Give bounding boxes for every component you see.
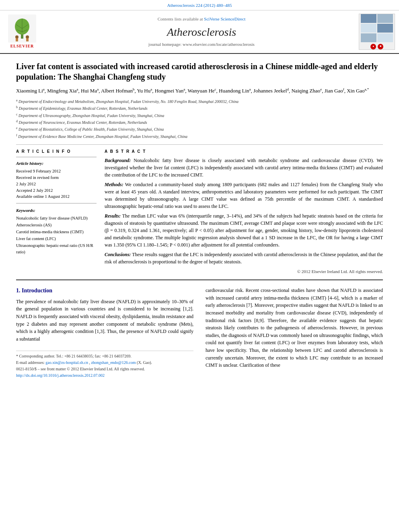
elsevier-tree-icon — [8, 14, 36, 43]
authors-line: Xiaoming Lia, Mingfeng Xiaa, Hui Maa, Al… — [16, 87, 383, 95]
affiliation-c: c Department of Ultrasonography, Zhongsh… — [16, 112, 383, 119]
cover-cell-4 — [377, 24, 393, 33]
page: Atherosclerosis 224 (2012) 480–485 — [0, 0, 399, 532]
side-icons: ● ■ — [370, 44, 383, 49]
journal-name: Atherosclerosis — [44, 24, 359, 40]
copyright-line: © 2012 Elsevier Ireland Ltd. All rights … — [105, 269, 383, 275]
email-label: E-mail addresses: — [16, 360, 45, 365]
journal-citation: Atherosclerosis 224 (2012) 480–485 — [167, 3, 232, 8]
article-history-label: Article history: — [16, 160, 97, 166]
side-icon-1: ● — [370, 44, 376, 49]
article-content: Liver fat content is associated with inc… — [0, 54, 399, 386]
article-history-box: Article history: Received 9 February 201… — [16, 157, 97, 203]
elsevier-label: ELSEVIER — [10, 43, 34, 49]
results-text: The median LFC value was 6% (interquarti… — [105, 213, 383, 248]
corresponding-note: * Corresponding author. Tel.: +86 21 644… — [16, 353, 193, 359]
sciverse-link[interactable]: SciVerse ScienceDirect — [204, 16, 245, 21]
affiliation-b: b Department of Epidemiology, Erasmus Me… — [16, 105, 383, 111]
conclusions-text: These results suggest that the LFC is in… — [105, 252, 383, 265]
license-text: 0021-8150/$ – see front matter © 2012 El… — [16, 366, 193, 372]
introduction-left: 1. Introduction The prevalence of nonalc… — [16, 287, 193, 379]
affiliation-f: f Department of Evidence Base Medicine C… — [16, 133, 383, 140]
abstract-header: A B S T R A C T — [105, 149, 383, 154]
affiliation-d: d Department of Neuroscience, Erasmus Me… — [16, 119, 383, 125]
affiliations-list: a Department of Endocrinology and Metabo… — [16, 98, 383, 140]
background-text: Nonalcoholic fatty liver disease is clos… — [105, 158, 383, 178]
article-info-header: A R T I C L E I N F O — [16, 149, 97, 154]
journal-homepage: journal homepage: www.elsevier.com/locat… — [44, 41, 359, 47]
svg-point-8 — [15, 35, 19, 39]
keywords-list: Nonalcoholic fatty liver disease (NAFLD)… — [16, 215, 97, 256]
divider-after-affiliations — [16, 144, 383, 145]
methods-label: Methods: — [105, 182, 123, 187]
journal-cover-image: ● ■ — [359, 14, 395, 50]
article-history-text: Received 9 February 2012 Received in rev… — [16, 168, 97, 200]
abstract-methods: Methods: We conducted a community-based … — [105, 181, 383, 210]
keywords-box: Keywords: Nonalcoholic fatty liver disea… — [16, 207, 97, 256]
abstract-text: Background: Nonalcoholic fatty liver dis… — [105, 157, 383, 265]
abstract-results: Results: The median LFC value was 6% (in… — [105, 212, 383, 249]
svg-point-9 — [26, 35, 29, 39]
affiliation-e: e Department of Biostatistics, College o… — [16, 126, 383, 132]
abstract-column: A B S T R A C T Background: Nonalcoholic… — [105, 149, 383, 275]
conclusions-label: Conclusions: — [105, 252, 131, 257]
abstract-background: Background: Nonalcoholic fatty liver dis… — [105, 157, 383, 179]
abstract-conclusions: Conclusions: These results suggest that … — [105, 251, 383, 265]
intro-body-right: cardiovascular risk. Recent cross-sectio… — [206, 287, 383, 369]
cover-cell-5 — [361, 33, 376, 42]
main-divider — [16, 279, 383, 280]
introduction-section: 1. Introduction The prevalence of nonalc… — [16, 287, 383, 379]
doi-link: http://dx.doi.org/10.1016/j.atherosclero… — [16, 373, 193, 378]
doi-url[interactable]: http://dx.doi.org/10.1016/j.atherosclero… — [16, 373, 105, 378]
elsevier-logo: ELSEVIER — [4, 14, 40, 49]
journal-citation-bar: Atherosclerosis 224 (2012) 480–485 — [0, 0, 399, 10]
introduction-right: cardiovascular risk. Recent cross-sectio… — [206, 287, 383, 379]
background-label: Background: — [105, 158, 131, 163]
cover-cell-1 — [361, 14, 376, 23]
email-link-1[interactable]: gao.xin@zs-hospital.sh.cn — [45, 360, 89, 365]
side-icon-2: ■ — [378, 44, 383, 49]
cover-cell-3 — [361, 24, 376, 33]
cover-cell-6 — [377, 33, 393, 42]
email-line: E-mail addresses: gao.xin@zs-hospital.sh… — [16, 360, 193, 366]
results-label: Results: — [105, 213, 121, 219]
article-title: Liver fat content is associated with inc… — [16, 61, 383, 82]
intro-body-left: The prevalence of nonalcoholic fatty liv… — [16, 298, 193, 343]
cover-cell-2 — [377, 14, 393, 23]
affiliation-a: a Department of Endocrinology and Metabo… — [16, 98, 383, 105]
methods-text: We conducted a community-based study amo… — [105, 182, 383, 209]
footnote-area: * Corresponding author. Tel.: +86 21 644… — [16, 351, 193, 378]
svg-rect-10 — [16, 38, 18, 41]
journal-title-area: ELSEVIER Contents lists available at Sci… — [0, 10, 399, 54]
journal-center-info: Contents lists available at SciVerse Sci… — [44, 16, 359, 47]
intro-section-title: 1. Introduction — [16, 287, 193, 295]
article-info-abstract: A R T I C L E I N F O Article history: R… — [16, 149, 383, 275]
svg-rect-11 — [26, 38, 29, 41]
email-link-2[interactable]: zhongshan_endo@126.com — [91, 360, 137, 365]
cover-grid — [361, 14, 393, 42]
sciverse-line: Contents lists available at SciVerse Sci… — [44, 16, 359, 22]
keywords-label: Keywords: — [16, 207, 97, 214]
article-info-column: A R T I C L E I N F O Article history: R… — [16, 149, 97, 275]
